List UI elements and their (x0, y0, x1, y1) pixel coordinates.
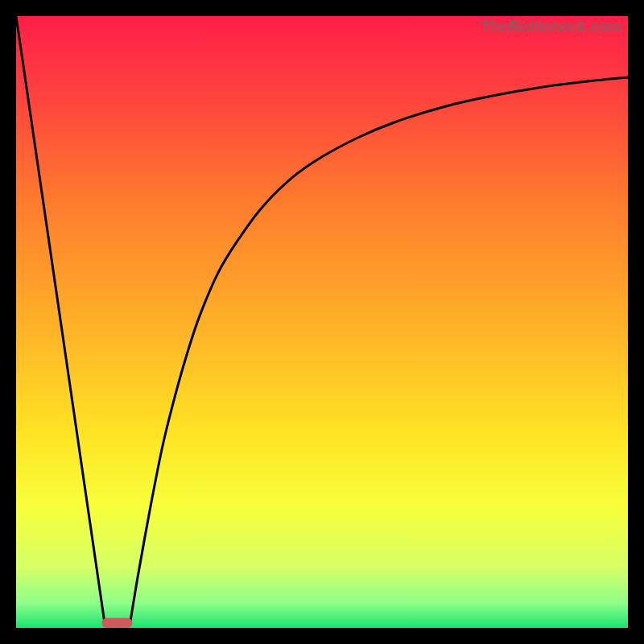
gradient-background (16, 16, 628, 628)
bottleneck-marker (101, 618, 132, 628)
watermark-text: TheBottleneck.com (481, 18, 621, 36)
chart-frame: TheBottleneck.com (16, 16, 628, 628)
marker-rect (101, 618, 132, 628)
bottleneck-chart (16, 16, 628, 628)
